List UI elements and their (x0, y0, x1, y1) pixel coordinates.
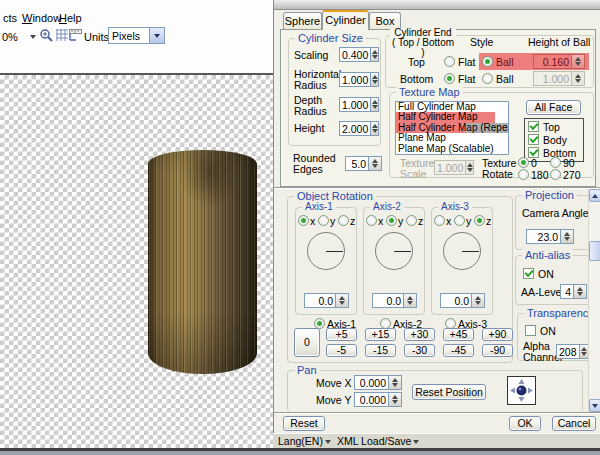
axis2-x-radio[interactable] (366, 215, 377, 226)
axis3-z-radio[interactable] (474, 215, 485, 226)
axis1-z-radio[interactable] (338, 215, 349, 226)
rotate-plus15-button[interactable]: +15 (365, 328, 396, 341)
axis1-x-radio[interactable] (298, 215, 309, 226)
camera-angle-spinner[interactable]: 23.0 (526, 229, 574, 244)
menu-item-cut[interactable]: cts (3, 12, 17, 24)
rotate-0-button[interactable]: 0 (294, 328, 320, 357)
reset-button[interactable]: Reset (283, 416, 325, 431)
tab-cylinder[interactable]: Cylinder (322, 10, 369, 30)
depth-radius-spinner[interactable]: 1.000 (339, 97, 379, 112)
axis3-y-label: y (466, 216, 471, 227)
grid-toggle-icon[interactable] (56, 29, 68, 41)
axis2-rotation-dial[interactable] (375, 232, 413, 270)
reset-position-button[interactable]: Reset Position (412, 384, 486, 400)
menu-item-window[interactable]: Window (22, 12, 61, 24)
top-flat-radio[interactable] (444, 56, 455, 67)
zoom-dropdown-arrow-icon[interactable] (30, 35, 36, 42)
axis3-rotation-dial[interactable] (443, 232, 481, 270)
bottom-ball-radio[interactable] (482, 73, 493, 84)
rotate-plus45-button[interactable]: +45 (443, 328, 474, 341)
axis3-spin-buttons[interactable] (471, 294, 484, 307)
lang-dropdown-arrow-icon[interactable] (325, 440, 331, 447)
axis3-angle-spinner[interactable]: 0.0 (440, 293, 485, 308)
all-face-button[interactable]: All Face (526, 100, 581, 115)
anti-alias-on-checkbox[interactable] (523, 268, 534, 279)
texture-scale-spin-buttons (465, 161, 473, 174)
scrollbar-down-button[interactable] (589, 399, 600, 412)
scrollbar-thumb[interactable] (589, 241, 600, 261)
top-ball-radio[interactable] (482, 56, 493, 67)
end-top-label: Top (408, 57, 425, 68)
axis2-spin-buttons[interactable] (403, 294, 416, 307)
transparency-on-checkbox[interactable] (525, 325, 536, 336)
top-ball-height-spin-buttons[interactable] (571, 55, 584, 68)
axis1-y-radio[interactable] (318, 215, 329, 226)
rotate-180-radio[interactable] (518, 169, 529, 180)
units-dropdown-arrow-icon[interactable] (149, 28, 164, 43)
aa-level-spinner[interactable]: 4 (560, 284, 587, 299)
rotate-0-radio[interactable] (518, 157, 529, 168)
zoom-percent-value[interactable]: 0% (2, 31, 18, 43)
horizontal-radius-spin-buttons[interactable] (370, 73, 378, 86)
ok-button[interactable]: OK (509, 416, 541, 431)
bottom-flat-radio[interactable] (444, 73, 455, 84)
rotate-plus5-button[interactable]: +5 (326, 328, 357, 341)
xml-dropdown-arrow-icon[interactable] (413, 440, 419, 447)
move-y-spin-buttons[interactable] (388, 393, 401, 406)
pan-pad-icon[interactable] (507, 376, 536, 405)
image-canvas[interactable] (0, 73, 273, 448)
axis2-y-radio[interactable] (386, 215, 397, 226)
axis2-angle-spinner[interactable]: 0.0 (372, 293, 417, 308)
top-ball-height-spinner[interactable]: 0.160 (533, 54, 585, 69)
rounded-edges-spin-buttons[interactable] (368, 157, 381, 170)
texture-map-list[interactable]: Full Cylinder Map Half Cylinder Map Half… (395, 101, 509, 155)
depth-radius-spin-buttons[interactable] (370, 98, 378, 111)
rotate-plus30-button[interactable]: +30 (404, 328, 435, 341)
ruler-guides-icon[interactable] (69, 29, 82, 41)
axis1-spin-buttons[interactable] (335, 294, 348, 307)
axis3-y-radio[interactable] (454, 215, 465, 226)
rotate-minus45-button[interactable]: -45 (443, 344, 474, 357)
list-item[interactable]: Plane Map (396, 133, 508, 143)
scaling-spinner[interactable]: 0.400 (339, 47, 379, 62)
panel-scrollbar[interactable] (588, 189, 600, 412)
list-item[interactable]: Plane Map (Scalable) (396, 144, 508, 154)
bottom-ball-height-value: 1.000 (534, 72, 571, 85)
scaling-spin-buttons[interactable] (370, 48, 378, 61)
rotate-minus30-button[interactable]: -30 (404, 344, 435, 357)
xml-load-save-menu[interactable]: XML Load/Save (337, 436, 411, 447)
tab-sphere[interactable]: Sphere (283, 12, 322, 29)
zoom-magnifier-icon[interactable] (39, 28, 53, 42)
dialog-statusbar: Lang(EN) XML Load/Save (273, 433, 600, 448)
lang-menu[interactable]: Lang(EN) (278, 436, 323, 447)
units-select[interactable]: Pixels (108, 27, 165, 44)
move-x-spin-buttons[interactable] (388, 376, 401, 389)
axis3-x-radio[interactable] (434, 215, 445, 226)
axis1-rotation-dial[interactable] (307, 232, 345, 270)
face-top-checkbox[interactable] (528, 121, 539, 132)
axis1-angle-value: 0.0 (305, 294, 335, 307)
aa-level-value: 4 (561, 285, 573, 298)
menu-item-help[interactable]: Help (59, 12, 82, 24)
rotate-270-radio[interactable] (550, 169, 561, 180)
rotate-minus90-button[interactable]: -90 (482, 344, 513, 357)
face-body-checkbox[interactable] (528, 134, 539, 145)
scrollbar-up-button[interactable] (589, 189, 600, 202)
height-spin-buttons[interactable] (370, 122, 378, 135)
rounded-edges-spinner[interactable]: 5.0 (345, 156, 382, 171)
rotate-minus15-button[interactable]: -15 (365, 344, 396, 357)
height-spinner[interactable]: 2.000 (339, 121, 379, 136)
rotate-90-radio[interactable] (550, 157, 561, 168)
horizontal-radius-spinner[interactable]: 1.000 (339, 72, 379, 87)
move-y-spinner[interactable]: 0.000 (354, 392, 402, 407)
alpha-channel-spinner[interactable]: 208 (556, 344, 590, 359)
rotate-plus90-button[interactable]: +90 (482, 328, 513, 341)
rotate-minus5-button[interactable]: -5 (326, 344, 357, 357)
axis2-z-radio[interactable] (406, 215, 417, 226)
height-of-ball-header: Height of Ball (528, 37, 590, 48)
camera-angle-spin-buttons[interactable] (560, 230, 573, 243)
aa-level-spin-buttons[interactable] (573, 285, 586, 298)
axis1-angle-spinner[interactable]: 0.0 (304, 293, 349, 308)
cancel-button[interactable]: Cancel (552, 416, 596, 431)
move-x-spinner[interactable]: 0.000 (354, 375, 402, 390)
